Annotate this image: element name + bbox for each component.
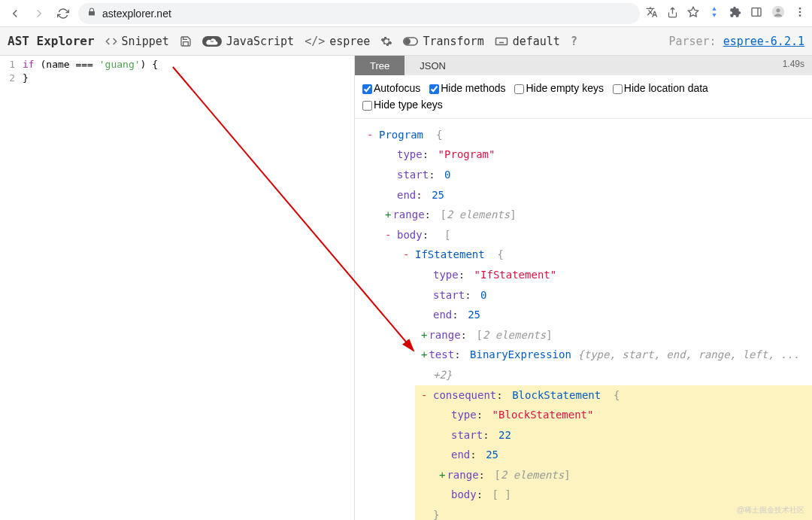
extension-icon[interactable]: [708, 6, 720, 20]
prop-range[interactable]: +range [2 elements]: [433, 465, 812, 485]
prop-range[interactable]: +range [2 elements]: [415, 325, 812, 345]
cloud-icon: ∞: [202, 36, 222, 47]
prop-test[interactable]: +test BinaryExpression {type, start, end…: [415, 345, 812, 385]
opt-hide-type[interactable]: Hide type keys: [362, 99, 443, 111]
autofocus-checkbox[interactable]: [362, 84, 372, 94]
collapse-icon[interactable]: -: [403, 245, 409, 265]
reload-button[interactable]: [54, 5, 72, 23]
url-text: astexplorer.net: [102, 8, 171, 20]
code-content[interactable]: if (name === 'guang') { }: [0, 56, 354, 85]
language-menu[interactable]: ∞ JavaScript: [202, 35, 294, 48]
expand-icon[interactable]: +: [385, 208, 391, 220]
parse-timing: 1.49s: [775, 56, 812, 75]
svg-text:∞: ∞: [211, 38, 214, 44]
help-button[interactable]: ?: [571, 35, 577, 48]
panel-icon[interactable]: [750, 6, 762, 20]
code-editor[interactable]: 1 2 if (name === 'guang') { }: [0, 56, 355, 520]
parser-menu[interactable]: </> espree: [304, 35, 370, 48]
prop-body[interactable]: - body [ - IfStatement { type IfStatemen…: [379, 225, 812, 520]
svg-rect-0: [752, 8, 761, 17]
share-icon[interactable]: [667, 7, 678, 20]
expand-icon[interactable]: +: [439, 469, 445, 481]
collapse-icon[interactable]: -: [367, 125, 373, 145]
translate-icon[interactable]: [646, 6, 658, 20]
keyboard-icon: [495, 36, 508, 47]
collapse-icon[interactable]: -: [421, 385, 427, 406]
prop-type[interactable]: type Program: [379, 144, 812, 165]
back-button[interactable]: [6, 5, 24, 23]
snippet-menu[interactable]: Snippet: [105, 35, 169, 48]
prop-start[interactable]: start 22: [433, 425, 812, 445]
opt-autofocus[interactable]: Autofocus: [362, 82, 420, 94]
parser-info: Parser: espree-6.2.1: [668, 35, 804, 48]
opt-hide-location[interactable]: Hide location data: [613, 82, 708, 94]
svg-point-5: [799, 11, 801, 14]
prop-body[interactable]: body [ ]: [433, 485, 812, 505]
prop-end[interactable]: end 25: [433, 445, 812, 465]
lock-icon: [87, 8, 96, 19]
prop-start[interactable]: start 0: [379, 165, 812, 185]
prop-start[interactable]: start 0: [415, 285, 812, 306]
star-icon[interactable]: [687, 6, 699, 20]
forward-button[interactable]: [30, 5, 48, 23]
output-tabs: Tree JSON 1.49s: [355, 56, 812, 75]
browser-actions: [646, 5, 806, 21]
brand: AST Explorer: [8, 34, 95, 48]
profile-icon[interactable]: [771, 5, 785, 21]
browser-toolbar: astexplorer.net: [0, 0, 812, 27]
tree-options: Autofocus Hide methods Hide empty keys H…: [355, 75, 812, 119]
output-panel: Tree JSON 1.49s Autofocus Hide methods H…: [355, 56, 812, 520]
prop-range[interactable]: +range [2 elements]: [379, 205, 812, 225]
node-program[interactable]: - Program { type Program start 0 end 25 …: [361, 125, 812, 520]
app-toolbar: AST Explorer Snippet ∞ JavaScript </> es…: [0, 27, 812, 56]
transform-menu[interactable]: Transform: [403, 35, 483, 48]
address-bar[interactable]: astexplorer.net: [78, 3, 640, 24]
opt-hide-empty[interactable]: Hide empty keys: [514, 82, 603, 94]
svg-point-9: [405, 38, 411, 44]
ast-tree[interactable]: - Program { type Program start 0 end 25 …: [355, 119, 812, 520]
keymap-menu[interactable]: default: [495, 35, 560, 48]
svg-point-6: [799, 14, 801, 17]
tab-json[interactable]: JSON: [404, 56, 461, 75]
hide-methods-checkbox[interactable]: [429, 84, 439, 94]
collapse-icon[interactable]: -: [385, 225, 391, 245]
hide-location-checkbox[interactable]: [613, 84, 623, 94]
code-icon: [105, 35, 117, 47]
prop-end[interactable]: end 25: [379, 185, 812, 205]
expand-icon[interactable]: +: [421, 348, 427, 360]
extensions-icon[interactable]: [729, 6, 741, 20]
prop-type[interactable]: type IfStatement: [415, 265, 812, 285]
hide-type-checkbox[interactable]: [362, 101, 372, 111]
hide-empty-checkbox[interactable]: [514, 84, 524, 94]
expand-icon[interactable]: +: [421, 329, 427, 341]
save-icon[interactable]: [180, 35, 192, 47]
svg-point-4: [799, 8, 801, 10]
prop-end[interactable]: end 25: [415, 305, 812, 325]
main-split: 1 2 if (name === 'guang') { } Tree JSON …: [0, 56, 812, 520]
tab-tree[interactable]: Tree: [355, 56, 404, 75]
watermark: @稀土掘金技术社区: [737, 505, 804, 515]
menu-icon[interactable]: [794, 6, 806, 20]
tag-icon: </>: [304, 35, 325, 48]
toggle-icon: [403, 36, 418, 47]
prop-type[interactable]: type BlockStatement: [433, 405, 812, 425]
settings-icon[interactable]: [380, 35, 392, 47]
line-gutter: 1 2: [0, 56, 18, 85]
node-consequent[interactable]: - consequent BlockStatement { type Block…: [415, 385, 812, 521]
node-ifstatement[interactable]: - IfStatement { type IfStatement start 0…: [397, 245, 812, 520]
opt-hide-methods[interactable]: Hide methods: [429, 82, 505, 94]
svg-rect-10: [495, 38, 507, 44]
parser-version-link[interactable]: espree-6.2.1: [723, 35, 804, 48]
svg-point-3: [776, 8, 780, 12]
